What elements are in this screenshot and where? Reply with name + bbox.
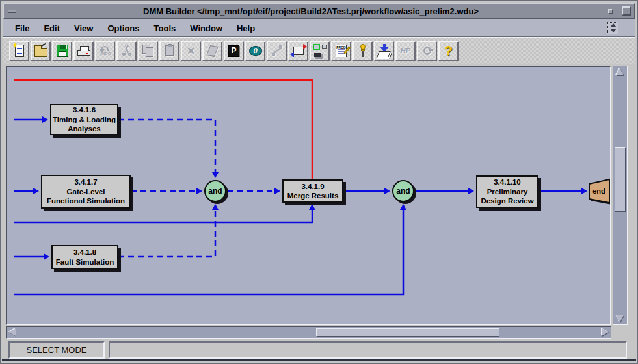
node-id: 3.4.1.8	[54, 248, 116, 257]
connector-tool-button[interactable]	[267, 41, 287, 61]
node-timing-loading-analyses[interactable]: 3.4.1.6 Timing & Loading Analyses	[50, 104, 118, 135]
menu-options[interactable]: Options	[100, 21, 146, 36]
import-stack-icon	[377, 44, 392, 58]
menu-edit[interactable]: Edit	[36, 21, 67, 36]
node-label: Design Review	[479, 196, 536, 205]
node-label: Functional Simulation	[44, 196, 128, 205]
node-id: 3.4.1.6	[53, 105, 116, 114]
new-file-icon	[15, 45, 24, 57]
node-id: 3.4.1.9	[285, 182, 341, 191]
help-button[interactable]: ?	[438, 41, 459, 61]
menu-tools[interactable]: Tools	[147, 21, 183, 36]
node-fault-simulation[interactable]: 3.4.1.8 Fault Simulation	[51, 245, 118, 269]
horizontal-scrollbar[interactable]	[6, 326, 611, 339]
subworkflow-icon	[313, 44, 327, 57]
and-label: and	[208, 187, 222, 196]
menubar-spinner[interactable]	[607, 22, 618, 34]
open-file-button[interactable]	[31, 41, 51, 61]
minimize-button[interactable]	[602, 4, 618, 18]
titlebar: DMM Builder </tmp_mnt/opt/eif/project/Bu…	[3, 3, 635, 19]
import-button[interactable]	[374, 41, 394, 61]
node-properties-button[interactable]	[288, 41, 308, 61]
printer-icon	[77, 50, 90, 56]
menu-window[interactable]: Window	[183, 21, 230, 36]
status-message-box	[109, 341, 627, 359]
menu-file[interactable]: File	[8, 21, 36, 36]
copy-pages-icon	[142, 45, 154, 57]
process-node-icon: P	[228, 46, 239, 57]
scroll-right-arrow[interactable]	[602, 328, 609, 336]
page-tool-icon	[206, 46, 218, 57]
view-tool-button[interactable]	[417, 41, 437, 61]
maximize-icon	[622, 6, 631, 16]
save-floppy-icon	[57, 45, 68, 57]
save-file-button[interactable]	[52, 41, 72, 61]
statusbar: SELECT MODE	[3, 341, 635, 359]
window-title: DMM Builder </tmp_mnt/opt/eif/project/Bu…	[20, 6, 602, 16]
scroll-down-arrow[interactable]	[616, 315, 624, 322]
node-label: Timing & Loading	[53, 115, 116, 124]
scroll-left-arrow[interactable]	[8, 328, 16, 336]
undo-button[interactable]: UNDO	[95, 41, 115, 61]
end-label: end	[592, 187, 605, 195]
delete-x-icon: ×	[187, 44, 195, 57]
cut-button[interactable]	[116, 41, 137, 61]
copy-button[interactable]	[138, 41, 158, 61]
node-label: Gate-Level	[44, 187, 128, 196]
vertical-scrollbar[interactable]	[613, 66, 628, 325]
help-icon: ?	[444, 44, 452, 57]
status-mode-text: SELECT MODE	[27, 345, 87, 355]
node-end[interactable]: end	[588, 178, 610, 207]
hp-tool-button[interactable]: HP	[395, 41, 416, 61]
hp-tool-icon: HP	[401, 47, 410, 55]
toolbar: UNDO × P 0	[3, 37, 635, 64]
node-gate-level-functional-simulation[interactable]: 3.4.1.7 Gate-Level Functional Simulation	[41, 175, 131, 209]
minimize-icon	[608, 9, 613, 14]
paste-button[interactable]	[159, 41, 179, 61]
open-folder-icon	[34, 48, 47, 57]
subworkflow-button[interactable]	[310, 41, 330, 61]
new-file-button[interactable]	[9, 41, 29, 61]
node-and-junction-2[interactable]: and	[392, 180, 414, 202]
pushpin-button[interactable]	[352, 41, 373, 61]
vertical-scroll-thumb[interactable]	[615, 147, 626, 212]
scroll-up-arrow[interactable]	[616, 68, 624, 75]
edge-fault-to-and1[interactable]	[118, 205, 215, 257]
node-label: Analyses	[53, 124, 116, 133]
node-label: Merge Results	[285, 191, 341, 200]
edge-timing-to-and1[interactable]	[118, 120, 215, 177]
and-label: and	[396, 187, 410, 196]
horizontal-scroll-thumb[interactable]	[316, 328, 499, 337]
scissors-icon	[122, 46, 132, 56]
operation-node-button[interactable]: 0	[245, 41, 265, 61]
menu-help[interactable]: Help	[230, 21, 262, 36]
menu-view[interactable]: View	[67, 21, 100, 36]
undo-icon: UNDO	[100, 46, 111, 55]
connector-icon	[271, 46, 283, 56]
node-merge-results[interactable]: 3.4.1.9 Merge Results	[282, 179, 343, 203]
window-menu-icon	[8, 10, 16, 13]
maximize-button[interactable]	[618, 4, 634, 18]
window-menu-button[interactable]	[4, 4, 20, 18]
node-properties-icon	[293, 47, 304, 55]
dmm-builder-window: DMM Builder </tmp_mnt/opt/eif/project/Bu…	[0, 0, 638, 364]
node-and-junction-1[interactable]: and	[204, 180, 226, 202]
node-label: Preliminary	[479, 187, 536, 196]
window-bottom-frame	[2, 359, 636, 361]
process-node-button[interactable]: P	[224, 41, 244, 61]
workflow-canvas-frame: 3.4.1.6 Timing & Loading Analyses 3.4.1.…	[6, 66, 611, 325]
workflow-canvas[interactable]: 3.4.1.6 Timing & Loading Analyses 3.4.1.…	[12, 68, 610, 322]
node-id: 3.4.1.7	[44, 177, 128, 187]
delete-button[interactable]: ×	[181, 41, 201, 61]
node-id: 3.4.1.10	[479, 177, 536, 187]
status-mode-box: SELECT MODE	[8, 341, 105, 359]
menubar: File Edit View Options Tools Window Help	[3, 20, 635, 37]
pushpin-icon	[359, 44, 367, 57]
page-tool-button[interactable]	[202, 41, 222, 61]
node-preliminary-design-review[interactable]: 3.4.1.10 Preliminary Design Review	[476, 176, 538, 208]
spinner-up-icon	[610, 23, 617, 27]
view-tool-icon	[423, 47, 431, 55]
prob-editor-button[interactable]: PROB	[331, 41, 351, 61]
operation-node-icon: 0	[249, 46, 262, 56]
print-button[interactable]	[73, 41, 94, 61]
